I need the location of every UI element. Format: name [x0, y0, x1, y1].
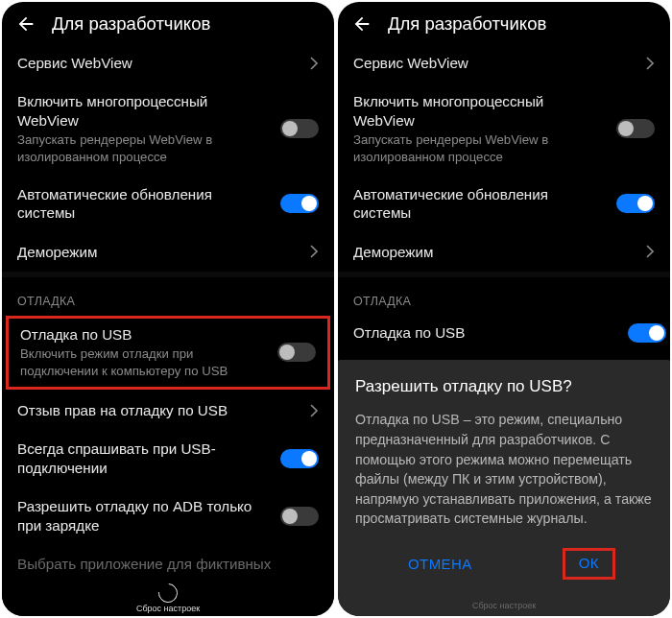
item-label: Включить многопроцессный WebView	[353, 92, 607, 130]
usb-debugging-item[interactable]: Отладка по USB Включить режим отладки пр…	[6, 316, 330, 390]
phone-right: Для разработчиков Сервис WebView Включит…	[338, 2, 670, 616]
dialog-body: Отладка по USB – это режим, специально п…	[355, 410, 653, 529]
usb-debugging-item[interactable]: Отладка по USB	[338, 314, 670, 353]
dialog-actions: ОТМЕНА ОК	[355, 540, 653, 595]
item-label: Всегда спрашивать при USB-подключении	[17, 440, 271, 477]
bottom-bar: Сброс настроек	[2, 574, 334, 616]
cancel-button[interactable]: ОТМЕНА	[393, 548, 488, 580]
page-title: Для разработчиков	[388, 13, 546, 35]
chevron-right-icon	[645, 56, 655, 71]
item-label: Выбрать приложение для фиктивных	[17, 555, 319, 573]
ok-button[interactable]: ОК	[563, 548, 615, 580]
settings-list: Сервис WebView Включить многопроцессный …	[2, 44, 334, 574]
page-title: Для разработчиков	[52, 13, 210, 35]
demo-mode-item[interactable]: Деморежим	[338, 233, 670, 272]
always-ask-usb-item[interactable]: Всегда спрашивать при USB-подключении	[2, 430, 334, 487]
auto-system-update-item[interactable]: Автоматические обновления системы	[338, 176, 670, 233]
webview-service-item[interactable]: Сервис WebView	[338, 44, 670, 83]
item-label: Сервис WebView	[17, 54, 300, 72]
item-sublabel: Включить режим отладки при подключении к…	[20, 345, 268, 378]
toggle-switch[interactable]	[280, 194, 319, 213]
demo-mode-item[interactable]: Деморежим	[2, 233, 334, 272]
toggle-switch[interactable]	[628, 323, 666, 343]
item-label: Сервис WebView	[353, 54, 636, 72]
item-label: Отладка по USB	[353, 323, 618, 342]
back-icon[interactable]	[351, 13, 372, 35]
item-label: Отладка по USB	[20, 325, 268, 344]
revoke-usb-auth-item[interactable]: Отзыв прав на отладку по USB	[2, 392, 334, 430]
reset-icon[interactable]	[155, 580, 181, 606]
mock-location-app-item[interactable]: Выбрать приложение для фиктивных	[2, 545, 334, 574]
item-label: Включить многопроцессный WebView	[17, 92, 271, 130]
adb-charging-only-item[interactable]: Разрешить отладку по ADB только при заря…	[2, 487, 334, 545]
webview-service-item[interactable]: Сервис WebView	[2, 44, 334, 83]
item-label: Разрешить отладку по ADB только при заря…	[17, 497, 271, 535]
usb-debug-dialog: Разрешить отладку по USB? Отладка по USB…	[338, 360, 670, 616]
dialog-title: Разрешить отладку по USB?	[355, 377, 653, 396]
chevron-right-icon	[309, 56, 319, 71]
section-header-debugging: ОТЛАДКА	[338, 277, 670, 314]
toggle-switch[interactable]	[280, 507, 319, 526]
back-icon[interactable]	[15, 13, 36, 35]
phone-left: Для разработчиков Сервис WebView Включит…	[2, 2, 334, 616]
header: Для разработчиков	[338, 2, 670, 44]
toggle-switch[interactable]	[280, 449, 319, 468]
item-label: Деморежим	[353, 243, 636, 261]
toggle-switch[interactable]	[277, 343, 316, 362]
item-label: Отзыв прав на отладку по USB	[17, 401, 300, 419]
toggle-switch[interactable]	[280, 119, 319, 138]
item-label: Деморежим	[17, 243, 300, 261]
item-sublabel: Запускать рендереры WebView в изолирован…	[17, 131, 271, 164]
section-header-debugging: ОТЛАДКА	[2, 277, 334, 314]
toggle-switch[interactable]	[616, 119, 655, 138]
item-label: Автоматические обновления системы	[17, 185, 271, 223]
reset-label: Сброс настроек	[472, 601, 536, 610]
reset-label: Сброс настроек	[136, 604, 200, 613]
multiprocess-webview-item[interactable]: Включить многопроцессный WebView Запуска…	[338, 83, 670, 175]
multiprocess-webview-item[interactable]: Включить многопроцессный WebView Запуска…	[2, 83, 334, 175]
auto-system-update-item[interactable]: Автоматические обновления системы	[2, 176, 334, 233]
chevron-right-icon	[309, 403, 319, 418]
item-label: Автоматические обновления системы	[353, 185, 607, 223]
chevron-right-icon	[309, 244, 319, 259]
chevron-right-icon	[645, 244, 655, 259]
item-sublabel: Запускать рендереры WebView в изолирован…	[353, 131, 607, 164]
toggle-switch[interactable]	[616, 194, 655, 213]
header: Для разработчиков	[2, 2, 334, 44]
